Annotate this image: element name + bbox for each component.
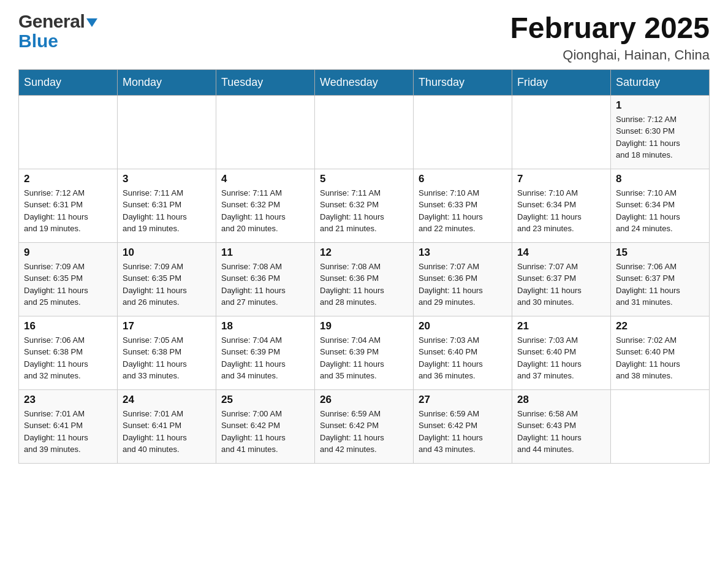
day-info: Sunrise: 7:08 AMSunset: 6:36 PMDaylight:…	[221, 261, 309, 308]
day-number: 14	[517, 247, 605, 259]
day-number: 25	[221, 394, 309, 406]
calendar-cell: 27Sunrise: 6:59 AMSunset: 6:42 PMDayligh…	[414, 389, 512, 463]
day-number: 1	[616, 99, 704, 112]
calendar-cell: 1Sunrise: 7:12 AMSunset: 6:30 PMDaylight…	[611, 95, 710, 169]
calendar-cell: 2Sunrise: 7:12 AMSunset: 6:31 PMDaylight…	[19, 169, 118, 242]
calendar-cell: 14Sunrise: 7:07 AMSunset: 6:37 PMDayligh…	[512, 242, 611, 316]
header-day-sunday: Sunday	[19, 69, 118, 95]
day-info: Sunrise: 7:09 AMSunset: 6:35 PMDaylight:…	[24, 261, 112, 308]
calendar-cell: 8Sunrise: 7:10 AMSunset: 6:34 PMDaylight…	[611, 169, 710, 242]
day-info: Sunrise: 7:08 AMSunset: 6:36 PMDaylight:…	[320, 261, 408, 308]
calendar-cell: 26Sunrise: 6:59 AMSunset: 6:42 PMDayligh…	[315, 389, 414, 463]
header-day-wednesday: Wednesday	[315, 69, 414, 95]
calendar-cell: 22Sunrise: 7:02 AMSunset: 6:40 PMDayligh…	[611, 316, 710, 389]
calendar-cell	[118, 95, 216, 169]
day-info: Sunrise: 7:06 AMSunset: 6:37 PMDaylight:…	[616, 261, 704, 308]
calendar-week-2: 2Sunrise: 7:12 AMSunset: 6:31 PMDaylight…	[19, 169, 710, 242]
calendar-cell: 23Sunrise: 7:01 AMSunset: 6:41 PMDayligh…	[19, 389, 118, 463]
day-info: Sunrise: 7:03 AMSunset: 6:40 PMDaylight:…	[517, 334, 605, 382]
day-info: Sunrise: 7:12 AMSunset: 6:30 PMDaylight:…	[616, 113, 704, 161]
calendar-cell	[611, 389, 710, 463]
day-info: Sunrise: 7:02 AMSunset: 6:40 PMDaylight:…	[616, 334, 704, 382]
day-info: Sunrise: 7:11 AMSunset: 6:32 PMDaylight:…	[221, 187, 309, 235]
day-number: 12	[320, 247, 408, 259]
page-header: General Blue February 2025 Qionghai, Hai…	[18, 12, 710, 63]
day-info: Sunrise: 7:10 AMSunset: 6:33 PMDaylight:…	[419, 187, 507, 235]
day-number: 24	[123, 394, 211, 406]
day-info: Sunrise: 7:05 AMSunset: 6:38 PMDaylight:…	[123, 334, 211, 382]
calendar-week-5: 23Sunrise: 7:01 AMSunset: 6:41 PMDayligh…	[19, 389, 710, 463]
calendar-week-3: 9Sunrise: 7:09 AMSunset: 6:35 PMDaylight…	[19, 242, 710, 316]
calendar-cell	[414, 95, 512, 169]
calendar-cell: 16Sunrise: 7:06 AMSunset: 6:38 PMDayligh…	[19, 316, 118, 389]
day-info: Sunrise: 7:07 AMSunset: 6:36 PMDaylight:…	[419, 261, 507, 308]
day-info: Sunrise: 7:10 AMSunset: 6:34 PMDaylight:…	[517, 187, 605, 235]
day-number: 11	[221, 247, 309, 259]
day-number: 21	[517, 320, 605, 332]
calendar-cell: 18Sunrise: 7:04 AMSunset: 6:39 PMDayligh…	[216, 316, 315, 389]
calendar-cell	[512, 95, 611, 169]
title-block: February 2025 Qionghai, Hainan, China	[510, 12, 710, 63]
day-number: 13	[419, 247, 507, 259]
day-info: Sunrise: 7:01 AMSunset: 6:41 PMDaylight:…	[24, 408, 112, 456]
day-info: Sunrise: 7:12 AMSunset: 6:31 PMDaylight:…	[24, 187, 112, 235]
calendar-cell: 5Sunrise: 7:11 AMSunset: 6:32 PMDaylight…	[315, 169, 414, 242]
day-number: 7	[517, 173, 605, 185]
logo-general-text: General	[18, 12, 85, 31]
calendar-cell: 11Sunrise: 7:08 AMSunset: 6:36 PMDayligh…	[216, 242, 315, 316]
day-number: 5	[320, 173, 408, 185]
day-number: 4	[221, 173, 309, 185]
day-number: 22	[616, 320, 704, 332]
day-number: 19	[320, 320, 408, 332]
day-number: 10	[123, 247, 211, 259]
day-info: Sunrise: 7:07 AMSunset: 6:37 PMDaylight:…	[517, 261, 605, 308]
calendar-cell: 3Sunrise: 7:11 AMSunset: 6:31 PMDaylight…	[118, 169, 216, 242]
day-info: Sunrise: 7:01 AMSunset: 6:41 PMDaylight:…	[123, 408, 211, 456]
day-info: Sunrise: 7:04 AMSunset: 6:39 PMDaylight:…	[320, 334, 408, 382]
day-info: Sunrise: 6:58 AMSunset: 6:43 PMDaylight:…	[517, 408, 605, 456]
calendar-cell: 13Sunrise: 7:07 AMSunset: 6:36 PMDayligh…	[414, 242, 512, 316]
calendar-cell	[315, 95, 414, 169]
header-row: SundayMondayTuesdayWednesdayThursdayFrid…	[19, 69, 710, 95]
calendar-cell: 25Sunrise: 7:00 AMSunset: 6:42 PMDayligh…	[216, 389, 315, 463]
day-number: 27	[419, 394, 507, 406]
header-day-friday: Friday	[512, 69, 611, 95]
month-year-title: February 2025	[510, 12, 710, 45]
calendar-cell: 4Sunrise: 7:11 AMSunset: 6:32 PMDaylight…	[216, 169, 315, 242]
logo-blue-text: Blue	[18, 31, 58, 51]
calendar-table: SundayMondayTuesdayWednesdayThursdayFrid…	[18, 69, 710, 464]
calendar-cell: 20Sunrise: 7:03 AMSunset: 6:40 PMDayligh…	[414, 316, 512, 389]
calendar-cell: 28Sunrise: 6:58 AMSunset: 6:43 PMDayligh…	[512, 389, 611, 463]
day-number: 3	[123, 173, 211, 185]
day-number: 2	[24, 173, 112, 185]
day-info: Sunrise: 7:10 AMSunset: 6:34 PMDaylight:…	[616, 187, 704, 235]
day-number: 17	[123, 320, 211, 332]
calendar-cell: 15Sunrise: 7:06 AMSunset: 6:37 PMDayligh…	[611, 242, 710, 316]
day-info: Sunrise: 6:59 AMSunset: 6:42 PMDaylight:…	[419, 408, 507, 456]
day-number: 15	[616, 247, 704, 259]
calendar-body: 1Sunrise: 7:12 AMSunset: 6:30 PMDaylight…	[19, 95, 710, 463]
day-info: Sunrise: 7:06 AMSunset: 6:38 PMDaylight:…	[24, 334, 112, 382]
logo: General Blue	[18, 12, 97, 52]
calendar-cell: 7Sunrise: 7:10 AMSunset: 6:34 PMDaylight…	[512, 169, 611, 242]
day-number: 6	[419, 173, 507, 185]
header-day-monday: Monday	[118, 69, 216, 95]
calendar-cell: 19Sunrise: 7:04 AMSunset: 6:39 PMDayligh…	[315, 316, 414, 389]
day-number: 8	[616, 173, 704, 185]
day-number: 26	[320, 394, 408, 406]
day-info: Sunrise: 7:09 AMSunset: 6:35 PMDaylight:…	[123, 261, 211, 308]
day-info: Sunrise: 7:03 AMSunset: 6:40 PMDaylight:…	[419, 334, 507, 382]
day-number: 16	[24, 320, 112, 332]
location-subtitle: Qionghai, Hainan, China	[510, 47, 710, 63]
calendar-week-4: 16Sunrise: 7:06 AMSunset: 6:38 PMDayligh…	[19, 316, 710, 389]
calendar-cell	[19, 95, 118, 169]
calendar-cell: 9Sunrise: 7:09 AMSunset: 6:35 PMDaylight…	[19, 242, 118, 316]
calendar-cell: 17Sunrise: 7:05 AMSunset: 6:38 PMDayligh…	[118, 316, 216, 389]
calendar-cell: 10Sunrise: 7:09 AMSunset: 6:35 PMDayligh…	[118, 242, 216, 316]
calendar-week-1: 1Sunrise: 7:12 AMSunset: 6:30 PMDaylight…	[19, 95, 710, 169]
calendar-cell	[216, 95, 315, 169]
day-number: 9	[24, 247, 112, 259]
day-number: 23	[24, 394, 112, 406]
logo-triangle-icon	[86, 18, 97, 27]
header-day-tuesday: Tuesday	[216, 69, 315, 95]
